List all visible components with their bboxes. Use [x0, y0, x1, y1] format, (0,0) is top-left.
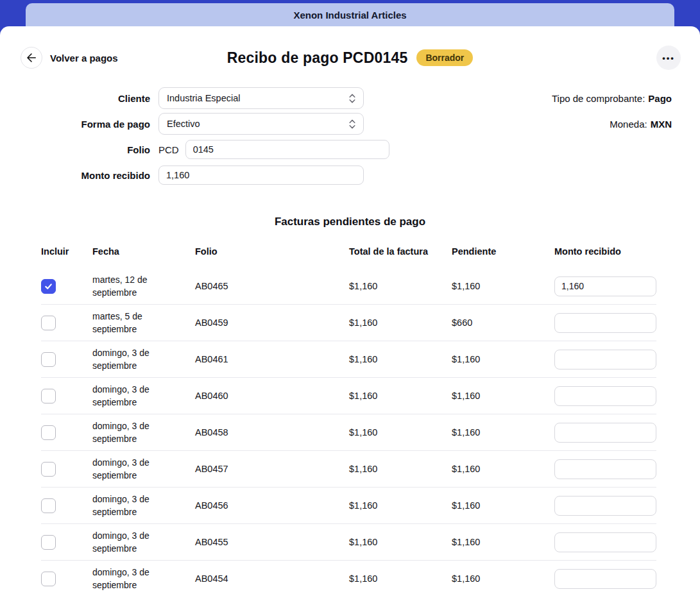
row-amount-input[interactable]: [554, 350, 656, 369]
invoice-date: martes, 5 de septiembre: [92, 310, 195, 336]
forma-pago-selected-value: Efectivo: [167, 119, 200, 129]
include-cell: [41, 535, 92, 550]
invoice-row: domingo, 3 de septiembre AB0454 $1,160 $…: [41, 561, 656, 594]
row-amount-input[interactable]: [554, 532, 656, 552]
include-checkbox[interactable]: [41, 425, 56, 440]
column-header-incluir: Incluir: [41, 246, 92, 257]
include-checkbox[interactable]: [41, 535, 56, 550]
monto-recibido-input[interactable]: [158, 165, 364, 185]
invoice-folio: AB0454: [195, 573, 349, 584]
row-amount-input[interactable]: [554, 496, 656, 516]
back-arrow-icon: [26, 53, 37, 63]
header-right: •••: [656, 46, 681, 70]
form-right-spacer-1: [505, 139, 672, 160]
column-header-total: Total de la factura: [349, 246, 452, 257]
more-options-button[interactable]: •••: [656, 46, 681, 70]
cliente-label: Cliente: [0, 87, 158, 109]
row-amount-input[interactable]: [554, 569, 656, 589]
include-checkbox[interactable]: [41, 572, 56, 586]
include-cell: [41, 352, 92, 367]
moneda: Moneda: MXN: [505, 113, 672, 135]
include-cell: [41, 425, 92, 440]
invoice-folio: AB0465: [195, 281, 349, 291]
forma-pago-select[interactable]: Efectivo: [158, 113, 364, 135]
include-cell: [41, 389, 92, 403]
header-left: Volver a pagos: [21, 47, 118, 69]
invoice-date: domingo, 3 de septiembre: [92, 493, 195, 519]
amount-cell: [554, 276, 656, 296]
tipo-comprobante-label: Tipo de comprobante:: [552, 93, 645, 104]
include-checkbox[interactable]: [41, 498, 56, 513]
row-amount-input[interactable]: [554, 386, 656, 406]
pending-invoices-title: Facturas pendientes de pago: [0, 216, 700, 228]
invoice-total: $1,160: [349, 537, 452, 547]
app-background: Xenon Industrial Articles Volver a pagos…: [0, 0, 700, 594]
moneda-label: Moneda:: [610, 119, 647, 130]
table-body: martes, 12 de septiembre AB0465 $1,160 $…: [41, 268, 656, 594]
amount-cell: [554, 496, 656, 516]
ellipsis-icon: •••: [662, 54, 675, 62]
column-header-monto: Monto recibido: [554, 246, 656, 257]
invoice-row: martes, 12 de septiembre AB0465 $1,160 $…: [41, 268, 656, 305]
folio-label: Folio: [0, 139, 158, 160]
cliente-select[interactable]: Industria Especial: [158, 87, 364, 109]
receipt-form: Cliente Industria Especial Tipo de compr…: [0, 87, 700, 186]
invoice-pending: $660: [452, 318, 554, 328]
invoice-total: $1,160: [349, 573, 452, 584]
invoice-row: domingo, 3 de septiembre AB0460 $1,160 $…: [41, 378, 656, 414]
include-cell: [41, 498, 92, 513]
invoice-row: domingo, 3 de septiembre AB0456 $1,160 $…: [41, 488, 656, 524]
include-checkbox[interactable]: [41, 352, 56, 367]
amount-cell: [554, 532, 656, 552]
invoice-pending: $1,160: [452, 537, 554, 547]
include-checkbox[interactable]: [41, 389, 56, 403]
forma-pago-control: Efectivo: [158, 113, 505, 135]
invoice-pending: $1,160: [452, 464, 554, 474]
column-header-pendiente: Pendiente: [452, 246, 554, 257]
amount-cell: [554, 350, 656, 369]
invoice-row: martes, 5 de septiembre AB0459 $1,160 $6…: [41, 305, 656, 341]
row-amount-input[interactable]: [554, 423, 656, 443]
moneda-value: MXN: [651, 119, 672, 130]
include-checkbox[interactable]: [41, 279, 56, 294]
invoice-total: $1,160: [349, 281, 452, 291]
page-title: Recibo de pago PCD0145: [227, 49, 408, 67]
invoice-pending: $1,160: [452, 391, 554, 401]
invoice-total: $1,160: [349, 427, 452, 437]
invoice-folio: AB0456: [195, 500, 349, 511]
invoice-folio: AB0455: [195, 537, 349, 547]
row-amount-input[interactable]: [554, 313, 656, 333]
check-icon: [44, 282, 53, 291]
invoice-row: domingo, 3 de septiembre AB0455 $1,160 $…: [41, 524, 656, 561]
table-header-row: Incluir Fecha Folio Total de la factura …: [41, 246, 656, 257]
folio-input[interactable]: [185, 140, 389, 159]
amount-cell: [554, 386, 656, 406]
invoice-total: $1,160: [349, 354, 452, 364]
invoice-date: martes, 12 de septiembre: [92, 273, 195, 300]
invoice-folio: AB0459: [195, 318, 349, 328]
monto-recibido-label: Monto recibido: [0, 164, 158, 186]
row-amount-input[interactable]: [554, 276, 656, 296]
back-label: Volver a pagos: [50, 53, 118, 64]
include-cell: [41, 279, 92, 294]
include-cell: [41, 316, 92, 330]
folio-control: PCD: [158, 139, 505, 160]
invoice-total: $1,160: [349, 318, 452, 328]
column-header-fecha: Fecha: [92, 246, 195, 257]
tipo-comprobante-value: Pago: [648, 93, 672, 104]
amount-cell: [554, 569, 656, 589]
invoice-date: domingo, 3 de septiembre: [92, 383, 195, 409]
invoice-row: domingo, 3 de septiembre AB0457 $1,160 $…: [41, 451, 656, 488]
chevron-up-down-icon: [349, 119, 355, 129]
include-checkbox[interactable]: [41, 316, 56, 330]
row-amount-input[interactable]: [554, 459, 656, 479]
invoice-date: domingo, 3 de septiembre: [92, 566, 195, 592]
invoice-folio: AB0458: [195, 427, 349, 437]
back-button[interactable]: [21, 47, 42, 69]
include-checkbox[interactable]: [41, 462, 56, 477]
forma-pago-label: Forma de pago: [0, 113, 158, 135]
card-header: Volver a pagos Recibo de pago PCD0145 Bo…: [0, 26, 700, 70]
folio-prefix: PCD: [158, 144, 179, 155]
invoice-pending: $1,160: [452, 354, 554, 364]
invoice-folio: AB0460: [195, 391, 349, 401]
